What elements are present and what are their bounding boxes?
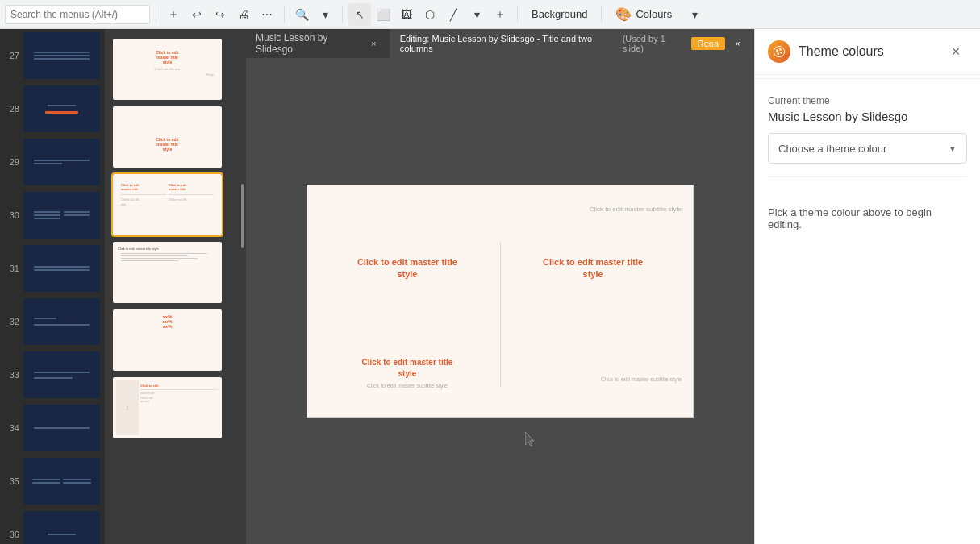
main-area: 27 28 xyxy=(0,29,980,544)
inactive-tab-close[interactable]: × xyxy=(368,37,380,50)
separator-4 xyxy=(517,6,518,23)
editing-area: Click to edit master title style Click t… xyxy=(246,58,754,544)
list-item[interactable]: 32 xyxy=(0,295,105,348)
print-button[interactable]: 🖨 xyxy=(232,3,255,26)
cursor xyxy=(525,432,536,451)
panel-divider xyxy=(755,78,980,79)
right-column: Click to edit master title style xyxy=(504,250,682,288)
master-slide-thumbnail: xx% xx% xx% xyxy=(113,309,222,371)
bottom-left-title: Click to edit master title style xyxy=(319,357,496,380)
list-item[interactable]: 27 xyxy=(0,29,105,82)
slide-number: 27 xyxy=(5,51,19,60)
toolbar-select-group: ↖ ⬜ 🖼 ⬡ ╱ ▾ ＋ xyxy=(348,3,511,26)
list-item[interactable]: 30 xyxy=(0,189,105,242)
image-button[interactable]: 🖼 xyxy=(395,3,418,26)
theme-color-dropdown: Choose a theme colour ▼ xyxy=(768,133,967,164)
master-slide-thumbnail-selected: Click to editmaster title Children sub-t… xyxy=(113,174,222,235)
colours-button[interactable]: 🎨 Colours xyxy=(607,3,680,26)
zoom-dropdown[interactable]: ▾ xyxy=(314,3,336,26)
separator-3 xyxy=(342,6,343,23)
slide-number: 32 xyxy=(5,317,19,326)
master-slide-thumbnail: Click to editmaster titlestyle xyxy=(113,106,222,168)
list-item[interactable]: 31 xyxy=(0,242,105,295)
list-item[interactable]: Click to editmaster titlestyle xyxy=(105,103,246,171)
line-dropdown[interactable]: ▾ xyxy=(465,3,488,26)
undo-button[interactable]: ↩ xyxy=(186,3,208,26)
list-item[interactable]: xx% xx% xx% xyxy=(105,306,246,374)
list-item[interactable]: 29 xyxy=(0,135,105,189)
tab-bar: Music Lesson by Slidesgo × Editing: Musi… xyxy=(246,29,754,58)
bottom-right-subtitle: Click to edit master subtitle style xyxy=(535,376,682,382)
separator-1 xyxy=(156,6,156,23)
background-button[interactable]: Background xyxy=(523,3,595,26)
list-item[interactable]: 33 xyxy=(0,348,105,401)
slide-canvas-wrapper: Click to edit master title style Click t… xyxy=(307,185,694,418)
bottom-left-subtitle: Click to edit master subtitle style xyxy=(319,383,496,388)
inactive-tab[interactable]: Music Lesson by Slidesgo × xyxy=(246,29,390,58)
list-item[interactable]: 35 xyxy=(0,455,105,508)
bottom-right: Click to edit master subtitle style xyxy=(535,376,682,382)
background-label: Background xyxy=(532,8,587,20)
master-slide-thumbnail: Click to editmaster titlestyle Child sub… xyxy=(113,39,222,100)
colours-label: Colours xyxy=(636,8,672,20)
main-toolbar: ＋ ↩ ↪ 🖨 ⋯ 🔍 ▾ ↖ ⬜ 🖼 ⬡ ╱ ▾ ＋ Background 🎨… xyxy=(0,0,980,29)
list-item[interactable]: text Click to edit sub text style Click … xyxy=(105,374,246,442)
frame-button[interactable]: ⬜ xyxy=(372,3,394,26)
slide-thumbnail xyxy=(23,139,100,185)
current-theme-section: Current theme Music Lesson by Slidesgo xyxy=(768,95,967,123)
list-item[interactable]: Click to edit master title style xyxy=(105,239,246,306)
list-item[interactable]: Click to editmaster title Children sub-t… xyxy=(105,171,246,239)
more-options-button[interactable]: ▾ xyxy=(683,3,706,26)
slide-number: 35 xyxy=(5,476,19,486)
add-button[interactable]: ＋ xyxy=(162,3,185,26)
slide-thumbnail xyxy=(23,32,100,79)
slide-number: 34 xyxy=(5,423,19,433)
theme-colour-select[interactable]: Choose a theme colour ▼ xyxy=(768,133,967,164)
active-tab-close[interactable]: × xyxy=(732,37,744,50)
plus2-button[interactable]: ＋ xyxy=(489,3,511,26)
slide-thumbnail xyxy=(23,192,100,239)
master-slide-thumbnail: Click to edit master title style xyxy=(113,242,222,303)
slides-panel: 27 28 xyxy=(0,29,105,544)
zoom-button[interactable]: 🔍 xyxy=(290,3,313,26)
master-slides-panel: Click to editmaster titlestyle Child sub… xyxy=(105,29,246,544)
theme-panel-header: Theme colours × xyxy=(755,29,980,75)
slide-number: 29 xyxy=(5,157,19,167)
active-tab[interactable]: Editing: Music Lesson by Slidesgo - Titl… xyxy=(390,29,754,58)
right-title: Click to edit master title style xyxy=(511,256,675,281)
dropdown-arrow-icon: ▼ xyxy=(949,144,957,153)
dropdown-placeholder: Choose a theme colour xyxy=(778,143,886,155)
center-title: Click to edit master title style xyxy=(325,256,490,281)
select-button[interactable]: ↖ xyxy=(348,3,371,26)
left-column: Click to edit master title style xyxy=(319,250,496,288)
slide-thumbnail xyxy=(23,298,100,345)
theme-palette-icon xyxy=(768,40,790,63)
list-item[interactable]: 28 xyxy=(0,82,105,135)
active-tab-label: Editing: Music Lesson by Slidesgo - Titl… xyxy=(400,34,613,53)
list-item[interactable]: Click to editmaster titlestyle Child sub… xyxy=(105,35,246,103)
slide-thumbnail xyxy=(23,85,100,132)
slide-thumbnail xyxy=(23,511,100,544)
search-input[interactable] xyxy=(5,5,150,24)
slide-number: 36 xyxy=(5,529,19,539)
slide-canvas[interactable]: Click to edit master subtitle style Clic… xyxy=(307,185,694,418)
rename-button[interactable]: Rena xyxy=(691,37,725,50)
line-button[interactable]: ╱ xyxy=(442,3,465,26)
more-button[interactable]: ⋯ xyxy=(256,3,278,26)
slide-number: 30 xyxy=(5,210,19,220)
list-item[interactable]: 36 xyxy=(0,508,105,544)
body-divider xyxy=(768,176,967,177)
theme-close-button[interactable]: × xyxy=(945,40,967,63)
slide-number: 28 xyxy=(5,104,19,114)
column-divider xyxy=(500,242,501,387)
current-theme-label: Current theme xyxy=(768,95,967,106)
shape-button[interactable]: ⬡ xyxy=(419,3,441,26)
slide-thumbnail xyxy=(23,458,100,505)
redo-button[interactable]: ↪ xyxy=(209,3,231,26)
slide-thumbnail xyxy=(23,351,100,398)
list-item[interactable]: 34 xyxy=(0,401,105,455)
svg-point-0 xyxy=(774,46,784,56)
active-tab-used-by: (Used by 1 slide) xyxy=(623,34,685,53)
colours-icon: 🎨 xyxy=(615,6,632,22)
scroll-handle[interactable] xyxy=(241,184,244,248)
